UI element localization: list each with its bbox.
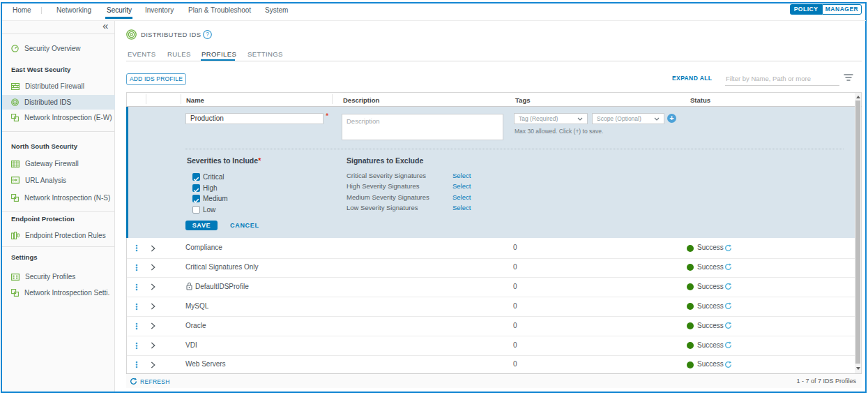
svg-text:?: ? bbox=[206, 31, 209, 38]
